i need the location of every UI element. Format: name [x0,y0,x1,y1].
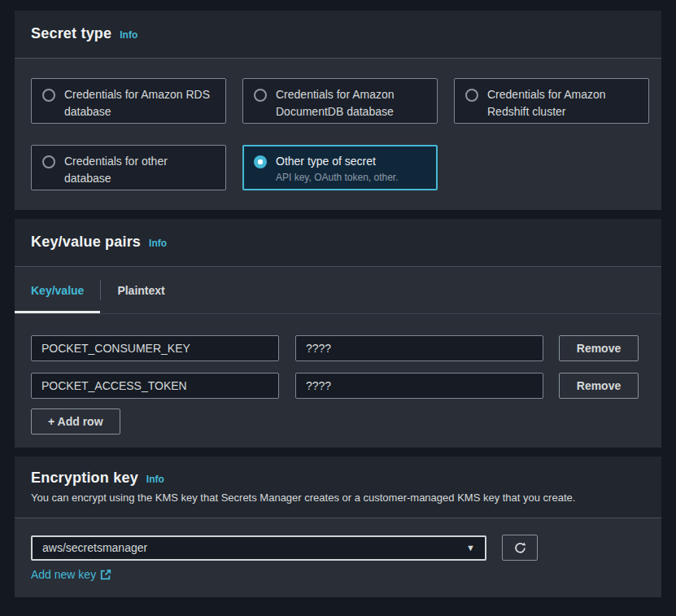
create-secret-page: Secret type Info Credentials for Amazon … [0,0,676,597]
radio-unselected-icon[interactable] [254,89,267,102]
secret-type-info-link[interactable]: Info [120,29,137,41]
key-value-row: Remove [31,373,645,399]
key-value-pairs-title: Key/value pairs [31,234,141,251]
encryption-key-body: aws/secretsmanager ▼ Add new key [15,518,661,597]
radio-unselected-icon[interactable] [42,89,55,102]
option-label: Other type of secret [276,153,399,170]
secret-key-input[interactable] [31,335,279,361]
radio-selected-icon[interactable] [254,155,267,168]
key-value-row: Remove [31,335,645,361]
secret-value-input[interactable] [295,335,543,361]
remove-row-button[interactable]: Remove [559,335,639,361]
add-new-key-link[interactable]: Add new key [31,568,111,581]
chevron-down-icon: ▼ [466,543,475,553]
option-credentials-redshift[interactable]: Credentials for Amazon Redshift cluster [454,78,649,124]
add-row-button[interactable]: + Add row [31,408,120,435]
option-label: Credentials for Amazon Redshift cluster [487,86,638,120]
tab-plaintext[interactable]: Plaintext [101,267,181,313]
encryption-key-info-link[interactable]: Info [146,474,164,485]
option-sublabel: API key, OAuth token, other. [276,171,399,184]
remove-row-button[interactable]: Remove [559,373,639,399]
kms-key-select-value: aws/secretsmanager [42,541,147,554]
key-value-pairs-card: Key/value pairs Info Key/value Plaintext… [15,219,661,448]
encryption-key-description: You can encrypt using the KMS key that S… [31,491,645,505]
encryption-key-title: Encryption key [31,470,138,487]
option-label: Credentials for other database [64,153,215,187]
key-value-pairs-header: Key/value pairs Info [15,219,661,267]
secret-type-body: Credentials for Amazon RDS database Cred… [15,59,661,210]
secret-key-input[interactable] [31,373,279,399]
secret-type-options: Credentials for Amazon RDS database Cred… [15,59,661,210]
secret-type-header: Secret type Info [15,11,661,59]
option-label: Credentials for Amazon RDS database [64,86,215,120]
option-label: Credentials for Amazon DocumentDB databa… [276,86,426,120]
key-value-editor: Remove Remove + Add row [15,314,661,448]
refresh-icon [513,541,527,555]
radio-unselected-icon[interactable] [465,89,478,102]
tab-key-value[interactable]: Key/value [15,267,100,313]
key-value-pairs-info-link[interactable]: Info [149,238,167,249]
key-value-pairs-body: Key/value Plaintext Remove Remove + Add … [15,267,661,448]
encryption-key-card: Encryption key Info You can encrypt usin… [15,457,661,597]
secret-type-title: Secret type [31,25,111,42]
option-credentials-other-database[interactable]: Credentials for other database [31,145,226,190]
secret-value-input[interactable] [295,373,543,399]
option-credentials-documentdb[interactable]: Credentials for Amazon DocumentDB databa… [242,78,438,124]
kms-key-select[interactable]: aws/secretsmanager ▼ [31,535,486,561]
secret-editor-tabs: Key/value Plaintext [15,267,661,314]
add-new-key-label: Add new key [31,568,96,581]
option-credentials-rds[interactable]: Credentials for Amazon RDS database [31,78,226,124]
secret-type-card: Secret type Info Credentials for Amazon … [15,11,661,210]
radio-unselected-icon[interactable] [42,155,55,168]
refresh-keys-button[interactable] [502,535,538,561]
option-other-type-of-secret[interactable]: Other type of secret API key, OAuth toke… [242,145,438,190]
encryption-key-header: Encryption key Info You can encrypt usin… [15,457,661,518]
external-link-icon [100,569,111,580]
